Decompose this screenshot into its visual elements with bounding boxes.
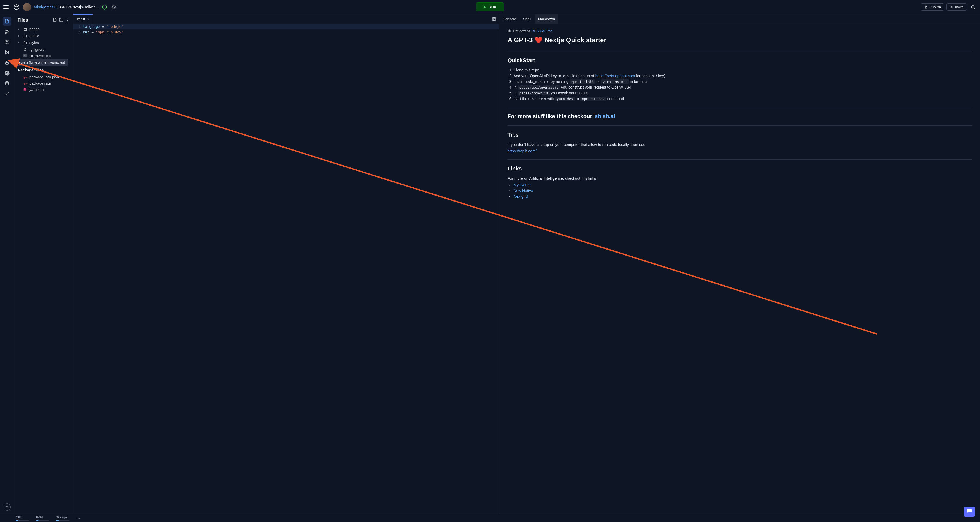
close-icon[interactable]: × xyxy=(87,17,89,21)
folder-row[interactable]: ›public xyxy=(15,32,72,39)
rail-tests-icon[interactable] xyxy=(3,89,11,98)
nextgrid-link[interactable]: Nextgrid xyxy=(514,194,528,199)
chevron-right-icon: › xyxy=(18,34,21,37)
markdown-preview[interactable]: Preview of README.md A GPT-3 ❤️ Nextjs Q… xyxy=(499,24,980,514)
links-list: My Twitter. New Native Nextgrid xyxy=(514,183,972,199)
panel-layout-icon[interactable] xyxy=(492,17,496,21)
list-item: In pages/index.js you tweak your UI/UX xyxy=(514,91,972,95)
language-nodejs-icon[interactable] xyxy=(102,4,107,10)
breadcrumb-project[interactable]: GPT-3-Nextjs-Tailwin... xyxy=(60,5,99,9)
file-row[interactable]: M↓README.md xyxy=(15,53,72,59)
file-label: README.md xyxy=(29,54,51,58)
breadcrumb-user[interactable]: Mindgames1 xyxy=(34,5,56,9)
publish-button[interactable]: Publish xyxy=(921,3,944,11)
tab-shell[interactable]: Shell xyxy=(520,14,535,24)
svg-marker-11 xyxy=(5,51,8,54)
readme-title: A GPT-3 ❤️ Nextjs Quick starter xyxy=(508,36,972,44)
list-item: Install node_modules by running npm inst… xyxy=(514,80,972,84)
new-file-icon[interactable] xyxy=(53,18,57,22)
files-panel-title: Files xyxy=(18,18,28,23)
chat-icon[interactable] xyxy=(964,507,975,517)
code-editor[interactable]: 1 language = "nodejs" 2 run = "npm run d… xyxy=(73,24,499,514)
history-icon[interactable] xyxy=(110,3,118,11)
hamburger-menu-icon[interactable] xyxy=(3,4,10,10)
list-item: My Twitter. xyxy=(514,183,972,187)
divider xyxy=(508,107,972,107)
rail-files-icon[interactable] xyxy=(3,17,11,25)
svg-rect-13 xyxy=(5,62,8,64)
list-item: start the dev server with yarn dev or np… xyxy=(514,97,972,101)
file-label: .gitignore xyxy=(29,48,45,51)
file-row[interactable]: 🧶yarn.lock xyxy=(15,86,72,93)
tooltip-secrets: Secrets (Environment variables) xyxy=(14,59,68,66)
rail-help-icon[interactable]: ? xyxy=(3,503,11,511)
heading-links: Links xyxy=(508,166,972,172)
file-row[interactable]: .gitignore xyxy=(15,46,72,53)
svg-point-8 xyxy=(5,30,6,31)
heart-icon: ❤️ xyxy=(535,36,542,44)
packager-section-title: Packager files xyxy=(15,65,72,74)
status-bar: CPU RAM Storage ︿ xyxy=(0,514,980,522)
rail-secrets-icon[interactable]: Secrets (Environment variables) xyxy=(3,58,11,67)
openai-link[interactable]: https://beta.openai.com xyxy=(595,74,635,78)
folder-label: pages xyxy=(29,27,40,31)
rail-debugger-icon[interactable] xyxy=(3,48,11,57)
folder-icon xyxy=(23,27,27,31)
right-tab-bar: Console Shell Markdown xyxy=(499,14,980,24)
rail-settings-icon[interactable] xyxy=(3,69,11,78)
list-item: Add your OpenAI API key to .env file (si… xyxy=(514,74,972,78)
svg-rect-20 xyxy=(492,18,496,21)
breadcrumb: Mindgames1 / GPT-3-Nextjs-Tailwin... xyxy=(34,5,99,9)
divider xyxy=(508,51,972,51)
replit-link[interactable]: https://replit.com/ xyxy=(508,149,537,153)
replit-logo-icon[interactable] xyxy=(13,3,20,11)
more-options-icon[interactable]: ⋮ xyxy=(65,18,70,22)
file-row[interactable]: npmpackage-lock.json xyxy=(15,74,72,80)
heading-more: For more stuff like this checkout lablab… xyxy=(508,113,972,119)
search-icon[interactable] xyxy=(969,3,977,11)
twitter-link[interactable]: My Twitter xyxy=(514,183,531,187)
tab-markdown[interactable]: Markdown xyxy=(535,14,558,24)
tab-console[interactable]: Console xyxy=(499,14,520,24)
svg-point-0 xyxy=(14,5,19,10)
invite-button-label: Invite xyxy=(955,5,964,9)
ram-meter[interactable]: RAM xyxy=(36,516,49,520)
run-button[interactable]: Run xyxy=(476,2,504,11)
rail-database-icon[interactable] xyxy=(3,79,11,88)
editor-tab-label: .replit xyxy=(76,17,85,21)
invite-button[interactable]: Invite xyxy=(947,3,967,11)
cpu-meter[interactable]: CPU xyxy=(16,516,29,520)
folder-row[interactable]: ›styles xyxy=(15,39,72,46)
folder-label: styles xyxy=(29,41,39,45)
file-tree: ›pages ›public ›styles .gitignore M↓READ… xyxy=(14,25,73,514)
storage-meter[interactable]: Storage xyxy=(56,516,69,520)
svg-point-14 xyxy=(6,73,8,74)
list-item: Clone this repo xyxy=(514,68,972,72)
rail-version-control-icon[interactable] xyxy=(3,27,11,36)
line-number: 2 xyxy=(73,29,83,35)
svg-point-3 xyxy=(951,6,951,7)
header-left: Mindgames1 / GPT-3-Nextjs-Tailwin... xyxy=(3,3,118,11)
lablab-link[interactable]: lablab.ai xyxy=(593,113,615,119)
file-label: yarn.lock xyxy=(29,88,44,92)
npm-icon: npm xyxy=(23,82,27,85)
folder-row[interactable]: ›pages xyxy=(15,25,72,32)
chevron-up-icon[interactable]: ︿ xyxy=(78,516,80,520)
editor-tab[interactable]: .replit × xyxy=(73,14,93,24)
file-row[interactable]: npmpackage.json xyxy=(15,80,72,86)
publish-button-label: Publish xyxy=(929,5,941,9)
list-item: New Native xyxy=(514,188,972,193)
preview-caption: Preview of README.md xyxy=(508,29,972,33)
editor-pane: .replit × 1 language = "nodejs" 2 run = … xyxy=(73,14,499,514)
header-right: Publish Invite xyxy=(921,3,977,11)
code-line: 2 run = "npm run dev" xyxy=(73,29,499,35)
avatar[interactable] xyxy=(23,3,31,11)
newnative-link[interactable]: New Native xyxy=(514,188,533,193)
code-line: 1 language = "nodejs" xyxy=(73,24,499,29)
preview-file-link[interactable]: README.md xyxy=(531,29,552,33)
play-icon xyxy=(484,5,486,9)
rail-packages-icon[interactable] xyxy=(3,38,11,46)
new-folder-icon[interactable] xyxy=(59,18,63,22)
yarn-icon: 🧶 xyxy=(23,88,27,91)
eye-icon xyxy=(508,29,512,33)
